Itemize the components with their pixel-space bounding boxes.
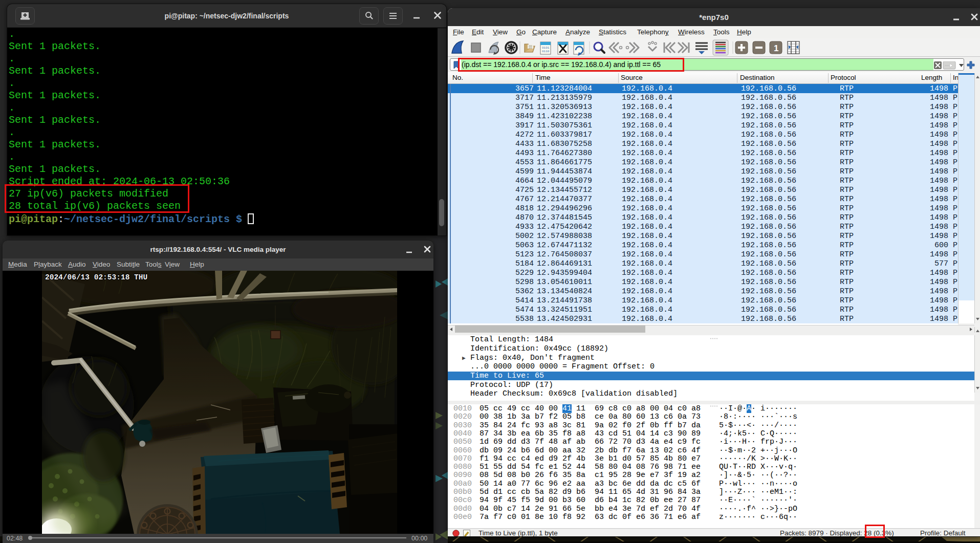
svg-text:1: 1 [774,44,778,53]
svg-text:2024/06/13 02:53:18 THU: 2024/06/13 02:53:18 THU [45,273,147,281]
svg-text:0101: 0101 [542,46,550,50]
svg-text:0110: 0110 [542,50,550,53]
